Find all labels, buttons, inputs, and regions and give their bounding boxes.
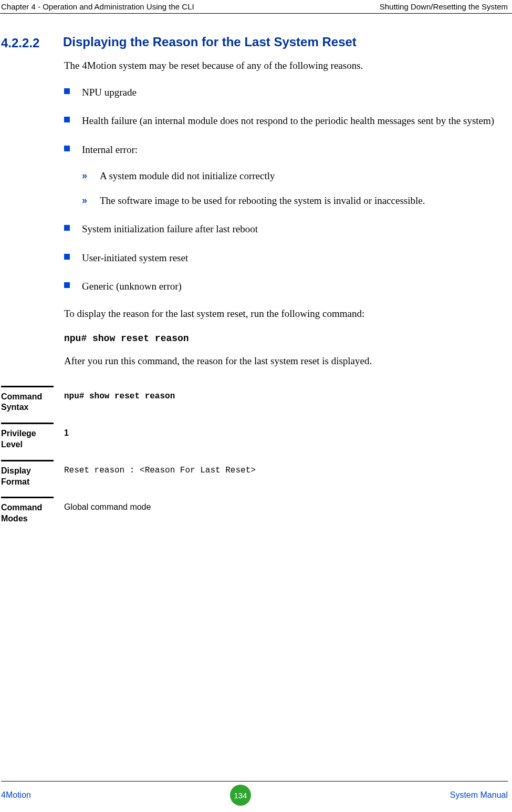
list-item-text: Generic (unknown error) [82, 281, 182, 292]
page-footer: 4Motion 134 System Manual [1, 781, 508, 806]
section-title: Displaying the Reason for the Last Syste… [63, 35, 357, 49]
list-item: NPU upgrade [64, 85, 501, 100]
list-item: Internal error: A system module did not … [64, 142, 501, 209]
paragraph: After you run this command, the reason f… [64, 355, 501, 367]
section-heading: 4.2.2.2Displaying the Reason for the Las… [1, 35, 501, 50]
page-content: 4.2.2.2Displaying the Reason for the Las… [0, 14, 512, 525]
sub-list: A system module did not initialize corre… [82, 169, 501, 208]
list-item: Generic (unknown error) [64, 279, 501, 294]
header-left: Chapter 4 - Operation and Administration… [1, 2, 194, 11]
header-right: Shutting Down/Resetting the System [380, 2, 508, 11]
page-header: Chapter 4 - Operation and Administration… [0, 0, 512, 14]
command-modes-row: Command Modes Global command mode [1, 497, 501, 525]
privilege-level-label: Privilege Level [1, 423, 54, 450]
display-format-label: Display Format [1, 460, 54, 488]
footer-right: System Manual [450, 790, 508, 800]
command-syntax-label: Command Syntax [1, 386, 54, 414]
command-line: npu# show reset reason [64, 333, 501, 344]
bullet-list: NPU upgrade Health failure (an internal … [64, 85, 501, 294]
privilege-level-row: Privilege Level 1 [1, 423, 501, 450]
paragraph: To display the reason for the last syste… [64, 308, 501, 320]
command-syntax-value: npu# show reset reason [64, 386, 501, 401]
sub-list-item-text: A system module did not initialize corre… [100, 170, 275, 181]
list-item-text: Health failure (an internal module does … [82, 115, 494, 126]
sub-list-item: A system module did not initialize corre… [82, 169, 501, 184]
section-number: 4.2.2.2 [1, 36, 63, 50]
sub-list-item: The software image to be used for reboot… [82, 193, 501, 209]
page-number-badge: 134 [230, 785, 251, 806]
command-modes-value: Global command mode [64, 497, 501, 512]
command-syntax-row: Command Syntax npu# show reset reason [1, 386, 501, 414]
list-item: System initialization failure after last… [64, 222, 501, 237]
footer-left: 4Motion [1, 790, 31, 800]
command-modes-label: Command Modes [1, 497, 54, 525]
list-item-text: User-initiated system reset [82, 252, 188, 263]
privilege-level-value: 1 [64, 423, 501, 438]
display-format-value: Reset reason : <Reason For Last Reset> [64, 460, 501, 475]
sub-list-item-text: The software image to be used for reboot… [100, 195, 425, 206]
list-item-text: NPU upgrade [82, 87, 137, 98]
intro-paragraph: The 4Motion system may be reset because … [64, 60, 501, 71]
list-item: Health failure (an internal module does … [64, 114, 501, 129]
list-item-text: Internal error: [82, 144, 138, 155]
page-number: 134 [234, 791, 247, 800]
list-item: User-initiated system reset [64, 251, 501, 266]
display-format-row: Display Format Reset reason : <Reason Fo… [1, 460, 501, 488]
list-item-text: System initialization failure after last… [82, 223, 258, 234]
